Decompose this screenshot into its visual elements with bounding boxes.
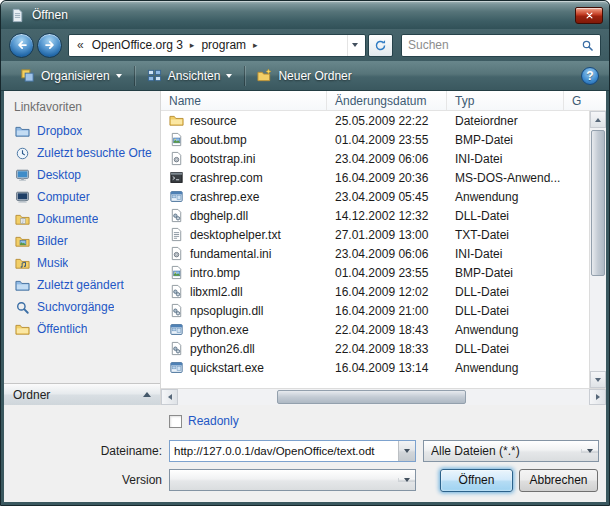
help-button[interactable]: ? (581, 67, 599, 85)
filename-input[interactable] (170, 441, 398, 461)
back-arrow-icon (15, 38, 29, 52)
column-header-size[interactable]: G (564, 91, 606, 110)
sidebar-item-desktop[interactable]: Desktop (4, 164, 160, 186)
triangle-left-icon (168, 394, 172, 400)
file-row[interactable]: about.bmp 01.04.2009 23:55 BMP-Datei (161, 130, 589, 149)
file-type-cell: Dateiordner (447, 114, 564, 128)
application-icon (169, 360, 184, 375)
file-row[interactable]: libxml2.dll 16.04.2009 12:02 DLL-Datei (161, 282, 589, 301)
filetype-dropdown-button[interactable] (581, 449, 598, 453)
filename-dropdown-button[interactable] (398, 441, 415, 461)
horizontal-scrollbar[interactable] (161, 388, 606, 405)
folder-icon (169, 113, 184, 128)
file-date-cell: 01.04.2009 23:55 (327, 266, 447, 280)
scroll-up-button[interactable] (590, 111, 606, 128)
sidebar-item-computer[interactable]: Computer (4, 186, 160, 208)
breadcrumb-overflow[interactable]: « (74, 38, 87, 52)
breadcrumb-item-program[interactable]: program (196, 38, 251, 52)
file-date-cell: 25.05.2009 22:22 (327, 114, 447, 128)
file-date-cell: 14.12.2002 12:32 (327, 209, 447, 223)
organize-label: Organisieren (41, 69, 110, 83)
scroll-right-button[interactable] (589, 389, 606, 405)
forward-button[interactable] (37, 33, 62, 58)
column-header-date[interactable]: Änderungsdatum (327, 91, 447, 110)
triangle-up-icon (595, 118, 601, 122)
scroll-left-button[interactable] (161, 389, 178, 405)
sidebar-item-recent-changes[interactable]: Zuletzt geändert (4, 274, 160, 296)
public-folder-icon (15, 322, 30, 337)
file-row[interactable]: quickstart.exe 16.04.2009 13:14 Anwendun… (161, 358, 589, 377)
column-header-type[interactable]: Typ (447, 91, 564, 110)
organize-button[interactable]: Organisieren (11, 64, 131, 88)
toolbar-separator (134, 66, 135, 86)
file-date-cell: 23.04.2009 06:06 (327, 152, 447, 166)
chevron-up-icon (143, 392, 151, 397)
horizontal-scrollbar-track[interactable] (178, 389, 589, 405)
file-row[interactable]: python.exe 22.04.2009 18:43 Anwendung (161, 320, 589, 339)
file-name-cell: desktophelper.txt (161, 227, 327, 242)
forward-arrow-icon (43, 38, 57, 52)
chevron-down-icon (116, 74, 122, 78)
back-button[interactable] (9, 33, 34, 58)
breadcrumb-item-openoffice[interactable]: OpenOffice.org 3 (87, 38, 188, 52)
file-date-cell: 27.01.2009 13:00 (327, 228, 447, 242)
file-date-cell: 16.04.2009 12:02 (327, 285, 447, 299)
file-row[interactable]: resource 25.05.2009 22:22 Dateiordner (161, 111, 589, 130)
filename-combo (169, 440, 416, 462)
readonly-label[interactable]: Readonly (188, 414, 239, 428)
file-name-cell: dbghelp.dll (161, 208, 327, 223)
file-row[interactable]: intro.bmp 01.04.2009 23:55 BMP-Datei (161, 263, 589, 282)
vertical-scrollbar-thumb[interactable] (591, 130, 605, 276)
file-name-cell: npsoplugin.dll (161, 303, 327, 318)
sidebar-item-music[interactable]: Musik (4, 252, 160, 274)
sidebar-item-recent-places[interactable]: Zuletzt besuchte Orte (4, 142, 160, 164)
organize-icon (20, 68, 35, 83)
file-date-cell: 16.04.2009 13:14 (327, 361, 447, 375)
readonly-checkbox[interactable] (169, 415, 182, 428)
views-button[interactable]: Ansichten (138, 64, 242, 88)
file-row[interactable]: dbghelp.dll 14.12.2002 12:32 DLL-Datei (161, 206, 589, 225)
image-file-icon (169, 132, 184, 147)
breadcrumb-separator-icon[interactable]: ▸ (251, 40, 260, 50)
address-dropdown-icon[interactable] (347, 35, 362, 56)
music-folder-icon (15, 256, 30, 271)
searches-icon (15, 300, 30, 315)
vertical-scrollbar-track[interactable] (590, 128, 606, 371)
column-header-name[interactable]: Name (161, 91, 327, 110)
refresh-button[interactable] (368, 34, 393, 57)
search-icon[interactable] (581, 39, 594, 52)
file-name-cell: intro.bmp (161, 265, 327, 280)
file-name-cell: about.bmp (161, 132, 327, 147)
file-row[interactable]: bootstrap.ini 23.04.2009 06:06 INI-Datei (161, 149, 589, 168)
new-folder-button[interactable]: Neuer Ordner (248, 64, 360, 88)
close-button[interactable] (575, 7, 603, 24)
vertical-scrollbar[interactable] (589, 111, 606, 388)
breadcrumb-separator-icon[interactable]: ▸ (188, 40, 197, 50)
open-button[interactable]: Öffnen (440, 469, 513, 492)
dll-file-icon (169, 208, 184, 223)
sidebar-item-public[interactable]: Öffentlich (4, 318, 160, 340)
address-bar[interactable]: « OpenOffice.org 3 ▸ program ▸ (68, 34, 366, 57)
filetype-select[interactable]: Alle Dateien (*.*) (423, 440, 599, 462)
folders-expander[interactable]: Ordner (4, 383, 160, 405)
file-row[interactable]: npsoplugin.dll 16.04.2009 21:00 DLL-Date… (161, 301, 589, 320)
sidebar-item-searches[interactable]: Suchvorgänge (4, 296, 160, 318)
sidebar-item-pictures[interactable]: Bilder (4, 230, 160, 252)
search-input[interactable] (404, 38, 579, 52)
file-row[interactable]: crashrep.com 16.04.2009 20:36 MS-DOS-Anw… (161, 168, 589, 187)
new-folder-label: Neuer Ordner (278, 69, 351, 83)
file-row[interactable]: fundamental.ini 23.04.2009 06:06 INI-Dat… (161, 244, 589, 263)
file-row[interactable]: python26.dll 22.04.2009 18:33 DLL-Datei (161, 339, 589, 358)
titlebar[interactable]: Öffnen (1, 1, 609, 29)
cancel-button[interactable]: Abbrechen (519, 469, 598, 492)
scroll-down-button[interactable] (590, 371, 606, 388)
file-row[interactable]: desktophelper.txt 27.01.2009 13:00 TXT-D… (161, 225, 589, 244)
recent-changes-icon (15, 278, 30, 293)
sidebar-item-documents[interactable]: Dokumente (4, 208, 160, 230)
version-select[interactable] (169, 469, 416, 491)
file-row[interactable]: crashrep.exe 23.04.2009 05:45 Anwendung (161, 187, 589, 206)
sidebar-item-dropbox[interactable]: Dropbox (4, 120, 160, 142)
version-dropdown-button[interactable] (398, 478, 415, 482)
horizontal-scrollbar-thumb[interactable] (277, 390, 466, 404)
file-type-cell: INI-Datei (447, 247, 564, 261)
